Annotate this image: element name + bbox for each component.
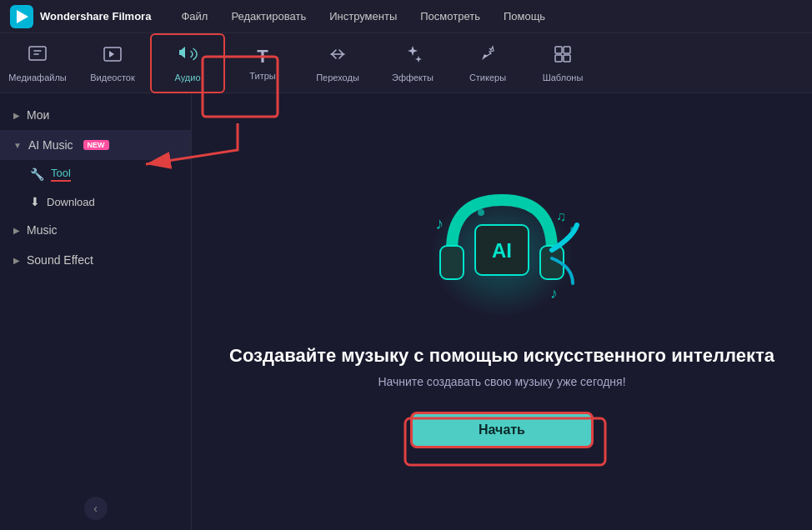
sound-effect-arrow-icon: ▶ bbox=[13, 256, 20, 265]
sidebar-item-sound-effect[interactable]: ▶ Sound Effect bbox=[0, 245, 191, 275]
svg-rect-4 bbox=[555, 47, 562, 53]
download-icon: ⬇ bbox=[30, 195, 40, 208]
toolbar-audio[interactable]: Аудио bbox=[150, 33, 225, 93]
ai-headphones-visual: AI ♪ ♫ ♪ bbox=[410, 175, 594, 325]
ai-music-arrow-icon: ▼ bbox=[13, 141, 22, 150]
menu-view[interactable]: Посмотреть bbox=[420, 10, 480, 22]
svg-text:♪: ♪ bbox=[435, 214, 444, 232]
svg-rect-5 bbox=[564, 47, 570, 53]
content-subtitle: Начните создавать свою музыку уже сегодн… bbox=[378, 375, 625, 388]
sidebar: ▶ Мои ▼ AI Music NEW 🔧 Tool ⬇ Download ▶… bbox=[0, 93, 192, 530]
app-name: Wondershare Filmora bbox=[40, 10, 151, 22]
toolbar-media[interactable]: Медиафайлы bbox=[0, 33, 75, 93]
toolbar-videostock[interactable]: Видеосток bbox=[75, 33, 150, 93]
videostock-icon bbox=[103, 44, 123, 69]
sidebar-tool-label: Tool bbox=[51, 167, 71, 182]
toolbar: Медиафайлы Видеосток Аудио T Титры bbox=[0, 33, 812, 93]
sidebar-moi-label: Мои bbox=[27, 108, 49, 122]
sidebar-item-music[interactable]: ▶ Music bbox=[0, 215, 191, 245]
svg-point-16 bbox=[478, 209, 484, 216]
toolbar-effects-label: Эффекты bbox=[392, 72, 434, 82]
toolbar-transitions[interactable]: Переходы bbox=[300, 33, 375, 93]
logo-icon bbox=[10, 5, 33, 28]
toolbar-transitions-label: Переходы bbox=[316, 72, 359, 82]
sidebar-subitem-tool[interactable]: 🔧 Tool bbox=[0, 160, 191, 188]
templates-icon bbox=[553, 44, 573, 69]
menu-tools[interactable]: Инструменты bbox=[329, 10, 397, 22]
menu-file[interactable]: Файл bbox=[181, 10, 208, 22]
svg-text:AI: AI bbox=[492, 239, 512, 262]
toolbar-titles[interactable]: T Титры bbox=[225, 33, 300, 93]
music-arrow-icon: ▶ bbox=[13, 226, 20, 235]
svg-rect-9 bbox=[440, 246, 464, 279]
toolbar-templates-label: Шаблоны bbox=[543, 72, 584, 82]
toolbar-effects[interactable]: Эффекты bbox=[375, 33, 450, 93]
toolbar-stickers-label: Стикеры bbox=[469, 72, 506, 82]
toolbar-media-label: Медиафайлы bbox=[8, 72, 66, 82]
moi-arrow-icon: ▶ bbox=[13, 111, 20, 120]
transitions-icon bbox=[328, 44, 348, 69]
svg-rect-7 bbox=[564, 55, 570, 62]
ai-music-badge: NEW bbox=[83, 140, 109, 150]
start-button[interactable]: Начать bbox=[410, 412, 594, 448]
menu-edit[interactable]: Редактировать bbox=[231, 10, 306, 22]
content-title: Создавайте музыку с помощью искусственно… bbox=[229, 345, 774, 367]
sidebar-item-moi[interactable]: ▶ Мои bbox=[0, 100, 191, 130]
content-area: AI ♪ ♫ ♪ Создавайте музыку с помощью иск… bbox=[192, 93, 812, 530]
sidebar-item-ai-music[interactable]: ▼ AI Music NEW bbox=[0, 130, 191, 160]
tool-icon: 🔧 bbox=[30, 168, 44, 181]
toolbar-titles-label: Титры bbox=[249, 71, 275, 81]
main-layout: ▶ Мои ▼ AI Music NEW 🔧 Tool ⬇ Download ▶… bbox=[0, 93, 812, 530]
sidebar-ai-music-label: AI Music bbox=[28, 138, 73, 152]
svg-rect-6 bbox=[555, 55, 562, 62]
svg-text:♪: ♪ bbox=[550, 285, 558, 302]
app-logo: Wondershare Filmora bbox=[10, 5, 151, 28]
audio-icon bbox=[178, 44, 198, 69]
sidebar-sound-effect-label: Sound Effect bbox=[27, 253, 93, 267]
sidebar-download-label: Download bbox=[47, 196, 95, 208]
toolbar-templates[interactable]: Шаблоны bbox=[525, 33, 600, 93]
stickers-icon bbox=[478, 44, 498, 69]
toolbar-videostock-label: Видеосток bbox=[90, 72, 134, 82]
sidebar-collapse-button[interactable]: ‹ bbox=[84, 497, 108, 520]
sidebar-music-label: Music bbox=[27, 223, 58, 237]
collapse-icon: ‹ bbox=[93, 502, 98, 515]
menu-help[interactable]: Помощь bbox=[504, 10, 545, 22]
titles-icon: T bbox=[257, 46, 268, 68]
menu-bar: Wondershare Filmora Файл Редактировать И… bbox=[0, 0, 812, 33]
media-icon bbox=[28, 44, 48, 69]
toolbar-stickers[interactable]: Стикеры bbox=[450, 33, 525, 93]
toolbar-audio-label: Аудио bbox=[174, 72, 200, 82]
svg-text:♫: ♫ bbox=[556, 209, 566, 223]
svg-rect-2 bbox=[29, 47, 46, 60]
effects-icon bbox=[403, 44, 423, 69]
sidebar-subitem-download[interactable]: ⬇ Download bbox=[0, 188, 191, 215]
svg-point-17 bbox=[570, 227, 575, 232]
